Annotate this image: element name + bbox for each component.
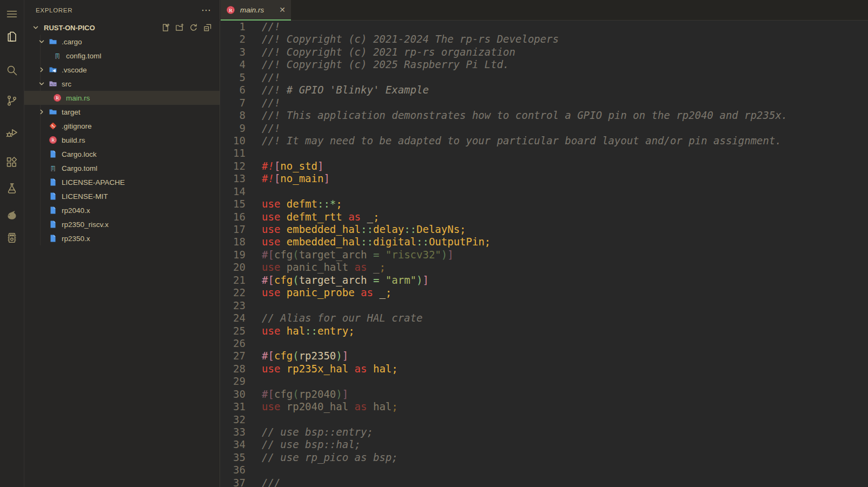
tree-section-header[interactable]: RUST-ON-PICO bbox=[24, 21, 220, 35]
code-editor[interactable]: 1//!2//! Copyright (c) 2021-2024 The rp-… bbox=[221, 21, 868, 487]
code-line: 21#[cfg(target_arch = "arm")] bbox=[221, 274, 868, 286]
tree-item-license-apache[interactable]: LICENSE-APACHE bbox=[24, 175, 220, 189]
line-content: use embedded_hal::delay::DelayNs; bbox=[246, 223, 466, 236]
line-content bbox=[246, 375, 262, 388]
tree-item-license-mit[interactable]: LICENSE-MIT bbox=[24, 189, 220, 203]
source-control-icon[interactable] bbox=[0, 90, 24, 111]
line-content: use panic_probe as _; bbox=[246, 286, 392, 299]
tree-item--vscode[interactable]: .vscode bbox=[24, 63, 220, 77]
tree-item-rp2040-x[interactable]: rp2040.x bbox=[24, 203, 220, 217]
line-number: 10 bbox=[221, 135, 246, 147]
line-content: //! Copyright (c) 2021 rp-rs organizatio… bbox=[246, 46, 515, 58]
search-icon[interactable] bbox=[0, 59, 24, 81]
line-content: #[cfg(target_arch = "riscv32")] bbox=[246, 249, 454, 261]
code-line: 22use panic_probe as _; bbox=[221, 286, 868, 299]
line-content bbox=[246, 337, 262, 350]
chevron-down-icon[interactable] bbox=[35, 37, 49, 46]
code-line: 3//! Copyright (c) 2021 rp-rs organizati… bbox=[221, 46, 868, 58]
rust-file-icon: R bbox=[226, 5, 236, 15]
testing-icon[interactable] bbox=[0, 178, 24, 199]
line-content: use defmt_rtt as _; bbox=[246, 211, 379, 223]
toml-icon: [T] bbox=[53, 51, 65, 60]
line-content: // use bsp::hal; bbox=[246, 438, 361, 451]
line-content: use defmt::*; bbox=[246, 198, 342, 210]
new-file-icon[interactable] bbox=[161, 23, 170, 32]
line-content: #[cfg(rp2040)] bbox=[246, 388, 348, 401]
chip-icon[interactable] bbox=[0, 227, 24, 249]
line-number: 29 bbox=[221, 375, 246, 388]
line-content: use panic_halt as _; bbox=[246, 261, 386, 273]
svg-text:R: R bbox=[229, 7, 233, 12]
file-blue-icon bbox=[49, 178, 61, 186]
hedgehog-icon[interactable] bbox=[0, 204, 24, 226]
code-line: 2//! Copyright (c) 2021-2024 The rp-rs D… bbox=[221, 33, 868, 45]
workspace-name: RUST-ON-PICO bbox=[44, 24, 95, 32]
code-line: 15use defmt::*; bbox=[221, 198, 868, 210]
activity-bar bbox=[0, 0, 24, 487]
file-label: rp2350_riscv.x bbox=[62, 221, 109, 229]
tree-item-cargo-lock[interactable]: Cargo.lock bbox=[24, 147, 220, 161]
line-content: //! # GPIO 'Blinky' Example bbox=[246, 84, 429, 96]
tab-bar: R main.rs ✕ bbox=[221, 0, 868, 21]
collapse-all-icon[interactable] bbox=[203, 23, 212, 32]
line-number: 8 bbox=[221, 109, 246, 122]
code-line: 11 bbox=[221, 147, 868, 159]
line-number: 19 bbox=[221, 249, 246, 261]
more-actions-icon[interactable]: ⋯ bbox=[201, 8, 211, 13]
file-label: rp2040.x bbox=[62, 206, 90, 215]
tree-item-cargo-toml[interactable]: [T]Cargo.toml bbox=[24, 161, 220, 175]
line-number: 15 bbox=[221, 198, 246, 210]
line-number: 31 bbox=[221, 401, 246, 413]
tree-item-src[interactable]: </>src bbox=[24, 77, 220, 91]
svg-text:R: R bbox=[51, 137, 55, 143]
code-line: 37/// bbox=[221, 477, 868, 487]
file-label: LICENSE-MIT bbox=[62, 192, 108, 201]
refresh-icon[interactable] bbox=[189, 23, 198, 32]
line-number: 28 bbox=[221, 363, 246, 375]
code-line: 20use panic_halt as _; bbox=[221, 261, 868, 273]
code-line: 4//! Copyright (c) 2025 Raspberry Pi Ltd… bbox=[221, 58, 868, 71]
line-content: #![no_std] bbox=[246, 160, 323, 172]
tree-item--cargo[interactable]: .cargo bbox=[24, 35, 220, 49]
explorer-sidebar: EXPLORER ⋯ RUST-ON-PICO .cargo[T]config.… bbox=[24, 0, 220, 487]
file-tree: .cargo[T]config.toml.vscode</>srcRmain.r… bbox=[24, 35, 220, 245]
new-folder-icon[interactable] bbox=[175, 23, 184, 32]
extensions-icon[interactable] bbox=[0, 151, 24, 173]
tree-item-rp2350-riscv-x[interactable]: rp2350_riscv.x bbox=[24, 217, 220, 231]
chevron-down-icon bbox=[29, 23, 43, 32]
file-label: target bbox=[62, 108, 81, 116]
tree-item-rp2350-x[interactable]: rp2350.x bbox=[24, 231, 220, 245]
section-actions bbox=[161, 23, 220, 32]
code-line: 28use rp235x_hal as hal; bbox=[221, 363, 868, 375]
code-line: 9//! bbox=[221, 122, 868, 135]
chevron-right-icon[interactable] bbox=[35, 108, 49, 116]
tree-item-main-rs[interactable]: Rmain.rs bbox=[24, 91, 220, 105]
line-content: #[cfg(rp2350)] bbox=[246, 350, 348, 362]
code-line: 17use embedded_hal::delay::DelayNs; bbox=[221, 223, 868, 236]
line-number: 11 bbox=[221, 147, 246, 159]
line-number: 23 bbox=[221, 299, 246, 312]
chevron-down-icon[interactable] bbox=[35, 79, 49, 88]
code-line: 5//! bbox=[221, 71, 868, 84]
sidebar-title: EXPLORER bbox=[36, 7, 72, 14]
code-line: 10//! It may need to be adapted to your … bbox=[221, 135, 868, 147]
code-line: 1//! bbox=[221, 21, 868, 33]
line-content: //! Copyright (c) 2021-2024 The rp-rs De… bbox=[246, 33, 559, 45]
tab-main-rs[interactable]: R main.rs ✕ bbox=[221, 0, 291, 21]
close-icon[interactable]: ✕ bbox=[279, 5, 286, 14]
file-blue-icon bbox=[49, 192, 61, 201]
tree-item-config-toml[interactable]: [T]config.toml bbox=[24, 49, 220, 63]
tree-item--gitignore[interactable]: .gitignore bbox=[24, 119, 220, 133]
chevron-right-icon[interactable] bbox=[35, 65, 49, 74]
tree-item-target[interactable]: target bbox=[24, 105, 220, 119]
line-number: 27 bbox=[221, 350, 246, 362]
tree-item-build-rs[interactable]: Rbuild.rs bbox=[24, 133, 220, 147]
explorer-icon[interactable] bbox=[0, 26, 24, 48]
file-label: config.toml bbox=[66, 52, 101, 60]
run-debug-icon[interactable] bbox=[0, 122, 24, 143]
menu-icon[interactable] bbox=[0, 3, 24, 25]
line-number: 5 bbox=[221, 71, 246, 84]
code-line: 34// use bsp::hal; bbox=[221, 438, 868, 451]
line-number: 34 bbox=[221, 438, 246, 451]
file-label: Cargo.lock bbox=[62, 150, 97, 158]
